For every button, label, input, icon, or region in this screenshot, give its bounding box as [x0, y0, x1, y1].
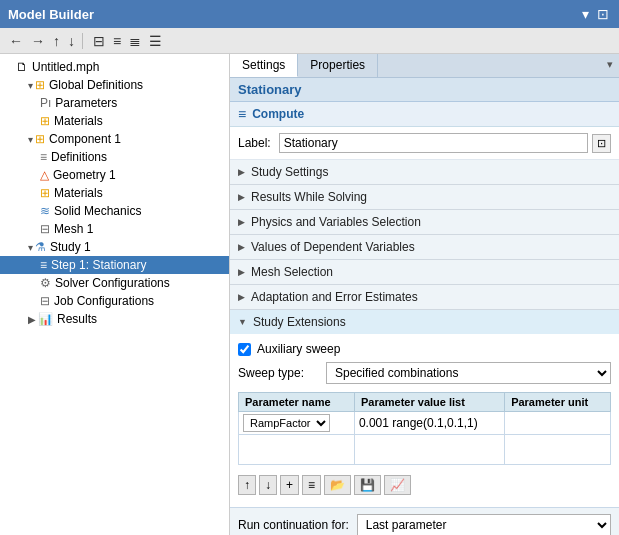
settings-panel: Stationary ≡ Compute Label: ⊡ ▶ — [230, 78, 619, 535]
move-up-button[interactable]: ↑ — [238, 475, 256, 495]
up-button[interactable]: ↑ — [50, 32, 63, 50]
expand-icon-results: ▶ — [28, 314, 36, 325]
continuation-label: Run continuation for: — [238, 518, 349, 532]
tree-item-job-config[interactable]: ⊟ Job Configurations — [0, 292, 229, 310]
forward-button[interactable]: → — [28, 32, 48, 50]
auxiliary-sweep-checkbox[interactable] — [238, 343, 251, 356]
results-while-solving-section: ▶ Results While Solving — [230, 185, 619, 210]
compute-bar: ≡ Compute — [230, 102, 619, 127]
toolbar-btn-4[interactable]: ☰ — [146, 32, 165, 50]
study-icon: ⚗ — [35, 240, 46, 254]
back-button[interactable]: ← — [6, 32, 26, 50]
collapse-btn[interactable]: ▾ — [601, 54, 619, 77]
compute-icon: ≡ — [238, 106, 246, 122]
tab-settings[interactable]: Settings — [230, 54, 298, 77]
tab-properties[interactable]: Properties — [298, 54, 378, 77]
label-reset-button[interactable]: ⊡ — [592, 134, 611, 153]
results-while-solving-arrow: ▶ — [238, 192, 245, 202]
tree-item-component1[interactable]: ▾ ⊞ Component 1 — [0, 130, 229, 148]
detach-icon[interactable]: ⊡ — [595, 6, 611, 22]
tree-item-geometry1[interactable]: △ Geometry 1 — [0, 166, 229, 184]
sweep-type-label: Sweep type: — [238, 366, 318, 380]
physics-vars-arrow: ▶ — [238, 217, 245, 227]
definitions-icon: ≡ — [40, 150, 47, 164]
plot-button[interactable]: 📈 — [384, 475, 411, 495]
tree-item-global-defs[interactable]: ▾ ⊞ Global Definitions — [0, 76, 229, 94]
mesh-selection-section: ▶ Mesh Selection — [230, 260, 619, 285]
study-extensions-body: Auxiliary sweep Sweep type: Specified co… — [230, 334, 619, 507]
move-down-button[interactable]: ↓ — [259, 475, 277, 495]
col-header-value-list: Parameter value list — [354, 393, 504, 412]
sweep-type-row: Sweep type: Specified combinations All c… — [238, 362, 611, 384]
tree-item-mesh1[interactable]: ⊟ Mesh 1 — [0, 220, 229, 238]
tree-item-untitled[interactable]: 🗋 Untitled.mph — [0, 58, 229, 76]
label-field-label: Label: — [238, 136, 271, 150]
tree-item-materials[interactable]: ⊞ Materials — [0, 184, 229, 202]
param-unit-cell[interactable] — [505, 412, 611, 435]
tree-item-step1[interactable]: ≡ Step 1: Stationary — [0, 256, 229, 274]
param-value-cell[interactable]: 0.001 range(0.1,0.1,1) — [354, 412, 504, 435]
label-row: Label: ⊡ — [230, 127, 619, 160]
mesh-selection-title: Mesh Selection — [251, 265, 333, 279]
down-button[interactable]: ↓ — [65, 32, 78, 50]
dep-vars-section: ▶ Values of Dependent Variables — [230, 235, 619, 260]
dep-vars-header[interactable]: ▶ Values of Dependent Variables — [230, 235, 619, 259]
study-extensions-title: Study Extensions — [253, 315, 346, 329]
compute-label: Compute — [252, 107, 304, 121]
tree-item-solver-config[interactable]: ⚙ Solver Configurations — [0, 274, 229, 292]
adaptation-header[interactable]: ▶ Adaptation and Error Estimates — [230, 285, 619, 309]
study-extensions-section: ▼ Study Extensions Auxiliary sweep Sweep… — [230, 310, 619, 535]
step1-icon: ≡ — [40, 258, 47, 272]
dep-vars-arrow: ▶ — [238, 242, 245, 252]
expand-icon: ▾ — [28, 80, 33, 91]
physics-vars-header[interactable]: ▶ Physics and Variables Selection — [230, 210, 619, 234]
model-tree: 🗋 Untitled.mph ▾ ⊞ Global Definitions Pı — [0, 54, 229, 535]
pin-icon[interactable]: ▾ — [580, 6, 591, 22]
remove-row-button[interactable]: ≡ — [302, 475, 321, 495]
study-settings-arrow: ▶ — [238, 167, 245, 177]
add-row-button[interactable]: + — [280, 475, 299, 495]
table-row: RampFactor 0.001 range(0.1,0.1,1) — [239, 412, 611, 435]
adaptation-title: Adaptation and Error Estimates — [251, 290, 418, 304]
study-settings-header[interactable]: ▶ Study Settings — [230, 160, 619, 184]
expand-icon-comp: ▾ — [28, 134, 33, 145]
toolbar-btn-1[interactable]: ⊟ — [90, 32, 108, 50]
auxiliary-sweep-label[interactable]: Auxiliary sweep — [257, 342, 340, 356]
component-icon: ⊞ — [35, 132, 45, 146]
stationary-header: Stationary — [230, 78, 619, 102]
mesh-selection-header[interactable]: ▶ Mesh Selection — [230, 260, 619, 284]
physics-vars-title: Physics and Variables Selection — [251, 215, 421, 229]
tree-item-results[interactable]: ▶ 📊 Results — [0, 310, 229, 328]
table-toolbar: ↑ ↓ + ≡ 📂 💾 📈 — [238, 471, 611, 499]
save-button[interactable]: 💾 — [354, 475, 381, 495]
solver-icon: ⚙ — [40, 276, 51, 290]
study-extensions-header[interactable]: ▼ Study Extensions — [230, 310, 619, 334]
tree-item-materials-global[interactable]: ⊞ Materials — [0, 112, 229, 130]
toolbar-btn-3[interactable]: ≣ — [126, 32, 144, 50]
job-icon: ⊟ — [40, 294, 50, 308]
file-icon: 🗋 — [16, 60, 28, 74]
dep-vars-title: Values of Dependent Variables — [251, 240, 415, 254]
sweep-type-select[interactable]: Specified combinations All combinations — [326, 362, 611, 384]
study-extensions-arrow: ▼ — [238, 317, 247, 327]
load-button[interactable]: 📂 — [324, 475, 351, 495]
results-while-solving-header[interactable]: ▶ Results While Solving — [230, 185, 619, 209]
tree-item-definitions[interactable]: ≡ Definitions — [0, 148, 229, 166]
study-settings-section: ▶ Study Settings — [230, 160, 619, 185]
tree-item-study1[interactable]: ▾ ⚗ Study 1 — [0, 238, 229, 256]
results-while-solving-title: Results While Solving — [251, 190, 367, 204]
adaptation-arrow: ▶ — [238, 292, 245, 302]
results-icon: 📊 — [38, 312, 53, 326]
continuation-select[interactable]: Last parameter All parameters No continu… — [357, 514, 611, 535]
adaptation-section: ▶ Adaptation and Error Estimates — [230, 285, 619, 310]
toolbar-btn-2[interactable]: ≡ — [110, 32, 124, 50]
continuation-row: Run continuation for: Last parameter All… — [230, 507, 619, 535]
tree-item-solid-mech[interactable]: ≋ Solid Mechanics — [0, 202, 229, 220]
physics-vars-section: ▶ Physics and Variables Selection — [230, 210, 619, 235]
mesh-selection-arrow: ▶ — [238, 267, 245, 277]
solid-mech-icon: ≋ — [40, 204, 50, 218]
label-input[interactable] — [279, 133, 588, 153]
tree-item-parameters[interactable]: Pı Parameters — [0, 94, 229, 112]
global-defs-icon: ⊞ — [35, 78, 45, 92]
param-name-select[interactable]: RampFactor — [243, 414, 330, 432]
